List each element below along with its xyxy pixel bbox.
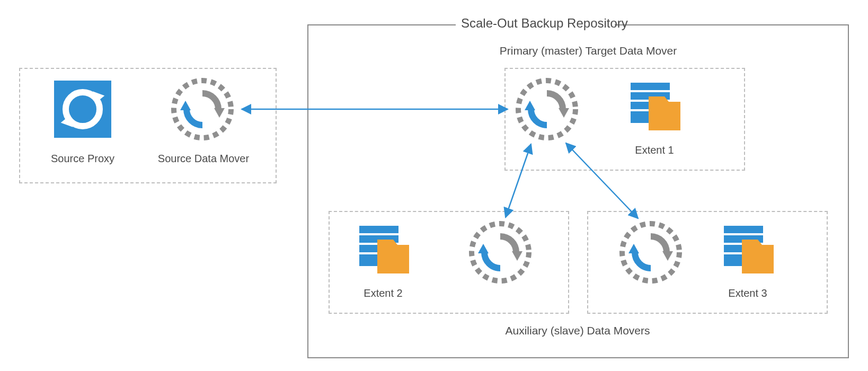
primary-section-label: Primary (master) Target Data Mover	[482, 45, 694, 57]
extent-3-label: Extent 3	[725, 287, 770, 299]
svg-rect-9	[631, 83, 670, 90]
source-proxy-label: Source Proxy	[36, 153, 129, 165]
extent-3-icon	[719, 226, 777, 277]
svg-rect-23	[724, 226, 763, 233]
svg-marker-18	[512, 251, 522, 261]
extent-2-label: Extent 2	[360, 287, 406, 299]
source-data-mover-label: Source Data Mover	[152, 153, 255, 165]
svg-marker-4	[214, 108, 225, 118]
svg-marker-5	[180, 101, 191, 110]
svg-marker-7	[559, 108, 569, 118]
extent-2-icon	[354, 226, 412, 277]
repository-title: Scale-Out Backup Repository	[456, 16, 615, 31]
extent-1-label: Extent 1	[632, 144, 677, 156]
aux-data-mover-right-icon	[619, 220, 683, 284]
source-proxy-icon	[54, 81, 111, 138]
svg-marker-19	[478, 244, 489, 253]
auxiliary-section-label: Auxiliary (slave) Data Movers	[482, 324, 673, 337]
svg-marker-8	[525, 101, 535, 110]
svg-rect-13	[359, 226, 398, 233]
svg-marker-22	[628, 244, 639, 253]
primary-data-mover-icon	[515, 77, 579, 141]
svg-marker-21	[662, 251, 673, 261]
aux-data-mover-left-icon	[468, 220, 532, 284]
source-data-mover-icon	[171, 77, 234, 141]
extent-1-icon	[625, 83, 684, 134]
